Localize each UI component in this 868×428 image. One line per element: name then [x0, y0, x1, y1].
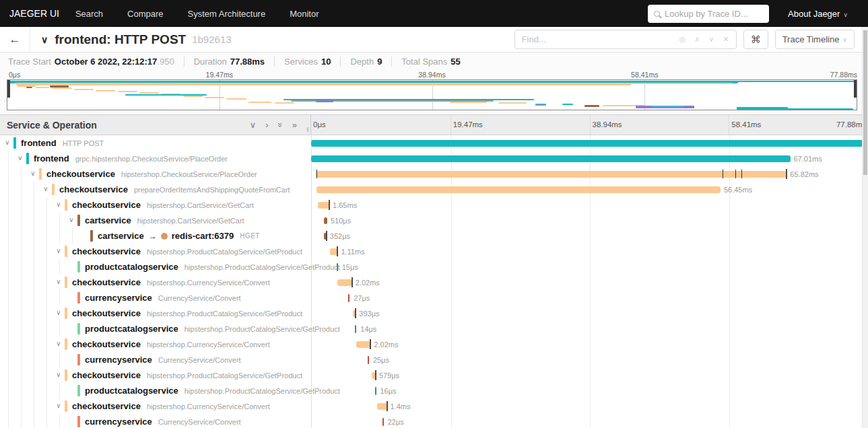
clear-find-icon[interactable]: ✕: [723, 35, 729, 44]
span-timeline-cell[interactable]: 25μs: [311, 352, 868, 367]
span-name-cell[interactable]: ∨checkoutservicehipstershop.ProductCatal…: [0, 244, 311, 259]
collapse-span-chevron-icon[interactable]: ∨: [55, 201, 63, 208]
span-row[interactable]: ∨checkoutservicehipstershop.ProductCatal…: [0, 244, 868, 259]
span-timeline-cell[interactable]: 56.45ms: [311, 182, 868, 197]
span-row[interactable]: ∨checkoutserviceprepareOrderItemsAndShip…: [0, 182, 868, 197]
span-name-cell[interactable]: currencyserviceCurrencyService/Convert: [0, 290, 311, 306]
scrollbar-thumb[interactable]: [863, 30, 867, 175]
span-timeline-cell[interactable]: 1.65ms: [311, 197, 868, 213]
span-row[interactable]: ∨checkoutservicehipstershop.ProductCatal…: [0, 367, 868, 383]
span-bar[interactable]: [311, 155, 791, 162]
collapse-span-chevron-icon[interactable]: ∨: [3, 139, 11, 146]
span-name-cell[interactable]: ∨checkoutserviceprepareOrderItemsAndShip…: [0, 182, 311, 197]
span-row[interactable]: ∨cartservicehipstershop.CartService/GetC…: [0, 213, 868, 228]
span-bar[interactable]: [356, 341, 370, 348]
span-bar[interactable]: [382, 418, 384, 426]
span-name-cell[interactable]: ∨checkoutservicehipstershop.CurrencyServ…: [0, 398, 311, 414]
collapse-span-chevron-icon[interactable]: ∨: [55, 278, 63, 285]
minimap-right-drag-handle[interactable]: [854, 80, 857, 98]
next-match-icon[interactable]: ∨: [708, 35, 714, 44]
collapse-all-icon[interactable]: »: [275, 122, 286, 127]
view-selector-button[interactable]: Trace Timeline∨: [775, 30, 855, 49]
span-name-cell[interactable]: cartservice→redis-cart:6379HGET: [0, 228, 311, 244]
collapse-span-chevron-icon[interactable]: ∨: [55, 371, 63, 378]
span-name-cell[interactable]: productcatalogservicehipstershop.Product…: [0, 321, 311, 336]
span-row[interactable]: ∨checkoutservicehipstershop.ProductCatal…: [0, 306, 868, 321]
collapse-span-chevron-icon[interactable]: ∨: [55, 309, 63, 316]
span-timeline-cell[interactable]: 14μs: [311, 321, 868, 336]
span-row[interactable]: currencyserviceCurrencyService/Convert22…: [0, 414, 868, 428]
collapse-span-chevron-icon[interactable]: ∨: [55, 340, 63, 347]
collapse-trace-chevron-icon[interactable]: ∨: [41, 34, 48, 45]
span-bar[interactable]: [311, 140, 868, 147]
back-button[interactable]: ←: [0, 27, 30, 52]
span-timeline-cell[interactable]: 393μs: [311, 306, 868, 321]
expand-all-icon[interactable]: »: [292, 120, 297, 130]
collapse-span-chevron-icon[interactable]: ∨: [55, 247, 63, 254]
nav-item-compare[interactable]: Compare: [127, 9, 163, 19]
span-bar[interactable]: [377, 403, 387, 410]
nav-item-system-architecture[interactable]: System Architecture: [188, 9, 266, 19]
trace-id-lookup-box[interactable]: [648, 5, 769, 23]
span-timeline-cell[interactable]: 352μs: [311, 228, 868, 244]
span-timeline-cell[interactable]: 1.11ms: [311, 244, 868, 259]
span-row[interactable]: productcatalogservicehipstershop.Product…: [0, 383, 868, 398]
span-name-cell[interactable]: ∨checkoutservicehipstershop.CurrencyServ…: [0, 336, 311, 352]
span-timeline-cell[interactable]: 15μs: [311, 259, 868, 275]
span-timeline-cell[interactable]: 22μs: [311, 414, 868, 428]
minimap-left-drag-handle[interactable]: [7, 80, 10, 98]
collapse-span-chevron-icon[interactable]: ∨: [42, 185, 50, 192]
collapse-span-chevron-icon[interactable]: ∨: [29, 170, 37, 177]
span-name-cell[interactable]: productcatalogservicehipstershop.Product…: [0, 383, 311, 398]
expand-one-icon[interactable]: ›: [265, 120, 268, 130]
span-row[interactable]: productcatalogservicehipstershop.Product…: [0, 321, 868, 336]
focus-match-icon[interactable]: ◎: [679, 35, 686, 44]
span-bar[interactable]: [355, 325, 356, 333]
span-bar[interactable]: [337, 263, 338, 271]
span-timeline-cell[interactable]: [311, 135, 868, 151]
span-bar[interactable]: [368, 356, 369, 364]
span-row[interactable]: ∨frontendgrpc.hipstershop.CheckoutServic…: [0, 151, 868, 166]
span-name-cell[interactable]: ∨checkoutservicehipstershop.CheckoutServ…: [0, 166, 311, 182]
keyboard-shortcuts-button[interactable]: ⌘: [743, 30, 768, 49]
collapse-span-chevron-icon[interactable]: ∨: [67, 216, 75, 223]
span-bar[interactable]: [318, 202, 330, 209]
span-timeline-cell[interactable]: 65.82ms: [311, 166, 868, 182]
span-row[interactable]: ∨checkoutservicehipstershop.CartService/…: [0, 197, 868, 213]
span-row[interactable]: ∨frontendHTTP POST: [0, 135, 868, 151]
span-name-cell[interactable]: ∨frontendgrpc.hipstershop.CheckoutServic…: [0, 151, 311, 166]
span-timeline-cell[interactable]: 67.01ms: [311, 151, 868, 166]
nav-item-search[interactable]: Search: [75, 9, 103, 19]
span-row[interactable]: ∨checkoutservicehipstershop.CurrencyServ…: [0, 336, 868, 352]
span-name-cell[interactable]: currencyserviceCurrencyService/Convert: [0, 414, 311, 428]
app-logo[interactable]: JAEGER UI: [0, 8, 75, 19]
span-name-cell[interactable]: ∨checkoutservicehipstershop.ProductCatal…: [0, 306, 311, 321]
span-bar[interactable]: [375, 387, 376, 395]
span-timeline-cell[interactable]: 2.02ms: [311, 275, 868, 290]
span-timeline-cell[interactable]: 2.02ms: [311, 336, 868, 352]
span-bar[interactable]: [324, 217, 327, 224]
span-name-cell[interactable]: ∨frontendHTTP POST: [0, 135, 311, 151]
span-row[interactable]: currencyserviceCurrencyService/Convert27…: [0, 290, 868, 306]
span-name-cell[interactable]: currencyserviceCurrencyService/Convert: [0, 352, 311, 367]
collapse-one-icon[interactable]: ∨: [250, 120, 257, 130]
span-bar[interactable]: [316, 186, 720, 193]
span-timeline-cell[interactable]: 579μs: [311, 367, 868, 383]
span-name-cell[interactable]: ∨checkoutservicehipstershop.CurrencyServ…: [0, 275, 311, 290]
trace-id-lookup-input[interactable]: [665, 9, 763, 19]
span-row[interactable]: ∨checkoutservicehipstershop.CurrencyServ…: [0, 398, 868, 414]
span-name-cell[interactable]: ∨checkoutservicehipstershop.CartService/…: [0, 197, 311, 213]
span-timeline-cell[interactable]: 16μs: [311, 383, 868, 398]
span-name-cell[interactable]: ∨cartservicehipstershop.CartService/GetC…: [0, 213, 311, 228]
collapse-span-chevron-icon[interactable]: ∨: [16, 154, 24, 162]
nav-item-monitor[interactable]: Monitor: [290, 9, 319, 19]
about-jaeger-menu[interactable]: About Jaeger∨: [788, 9, 848, 19]
span-bar[interactable]: [348, 294, 349, 302]
minimap-canvas[interactable]: [7, 79, 857, 110]
span-name-cell[interactable]: productcatalogservicehipstershop.Product…: [0, 259, 311, 275]
span-row[interactable]: cartservice→redis-cart:6379HGET352μs: [0, 228, 868, 244]
prev-match-icon[interactable]: ∧: [694, 35, 700, 44]
vertical-scrollbar[interactable]: [862, 27, 868, 428]
span-timeline-cell[interactable]: 27μs: [311, 290, 868, 306]
column-resizer-handle[interactable]: ‖: [306, 127, 309, 133]
